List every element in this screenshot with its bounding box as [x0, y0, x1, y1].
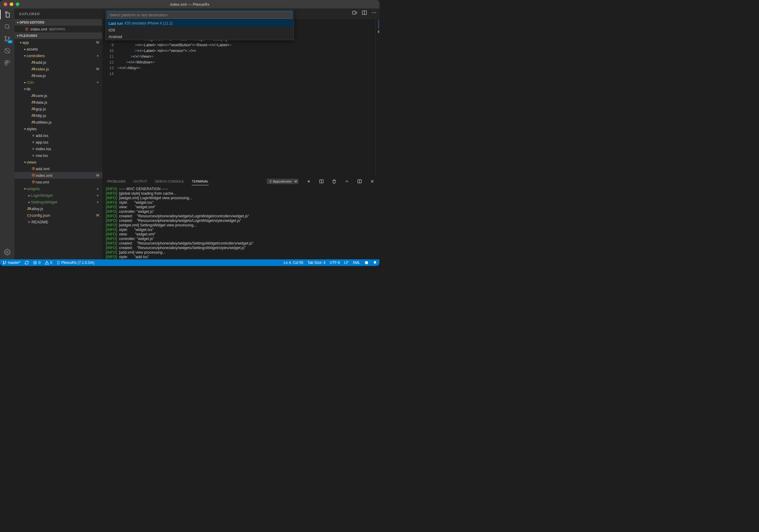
xml-file-icon: ⦿	[25, 27, 29, 31]
tab-problems[interactable]: PROBLEMS	[107, 178, 126, 185]
notifications-icon[interactable]	[373, 261, 377, 265]
editor[interactable]: 567891011121314 ><>/>View>> ><>>TableVie…	[102, 19, 380, 176]
project-header[interactable]: ▾PLEXUSRX	[15, 32, 102, 39]
window-minimize-button[interactable]	[10, 2, 13, 6]
activity-bar: 14	[0, 9, 15, 259]
device-status[interactable]: PlexusRx (7.1.0.GA)	[57, 261, 94, 265]
panel: PROBLEMS OUTPUT DEBUG CONSOLE TERMINAL 2…	[102, 176, 380, 259]
file-add.js[interactable]: JSadd.js	[15, 59, 102, 66]
svg-rect-5	[5, 61, 7, 63]
sidebar: EXPLORER ▾OPEN EDITORS ⦿ index.xml app/v…	[15, 9, 102, 259]
quick-pick: Last runiOS simulator iPhone X (11.2)iOS…	[105, 9, 294, 40]
file-index.xml[interactable]: ⦿index.xmlM	[15, 172, 102, 179]
tab-terminal[interactable]: TERMINAL	[192, 178, 209, 185]
maximize-panel-icon[interactable]	[357, 179, 362, 184]
settings-gear-icon[interactable]	[4, 248, 11, 256]
language-status[interactable]: XML	[353, 261, 360, 265]
terminal-output[interactable]: [INFO] ----- MVC GENERATION -----[INFO] …	[102, 186, 380, 259]
file-add.xml[interactable]: ⦿add.xml	[15, 165, 102, 172]
file-README[interactable]: ≡README	[15, 218, 102, 225]
tab-debug-console[interactable]: DEBUG CONSOLE	[155, 178, 184, 185]
svg-point-1	[5, 36, 6, 38]
file-row.tss[interactable]: ≡row.tss	[15, 152, 102, 159]
folder-assets[interactable]: ▸assets	[15, 46, 102, 52]
search-icon[interactable]	[4, 23, 11, 30]
warnings-status[interactable]: 0	[45, 261, 52, 265]
chevron-up-icon[interactable]	[344, 179, 349, 184]
file-app.tss[interactable]: ≡app.tss	[15, 139, 102, 145]
svg-point-11	[372, 13, 373, 13]
file-row.js[interactable]: JSrow.js	[15, 72, 102, 79]
encoding-status[interactable]: UTF-8	[330, 261, 340, 265]
svg-rect-7	[5, 63, 7, 65]
file-alloy.js[interactable]: JSalloy.js	[15, 205, 102, 212]
file-config.json[interactable]: { }config.jsonM	[15, 212, 102, 218]
folder-views[interactable]: ▾views	[15, 159, 102, 165]
window-title: index.xml — PlexusRx	[0, 2, 380, 7]
file-core.js[interactable]: JScore.js	[15, 92, 102, 99]
folder-controllers[interactable]: ▾controllers●	[15, 52, 102, 59]
sidebar-title: EXPLORER	[15, 9, 102, 19]
window-close-button[interactable]	[4, 2, 7, 6]
open-editor-item[interactable]: ⦿ index.xml app/views	[15, 26, 102, 32]
svg-point-16	[3, 261, 4, 262]
file-http.js[interactable]: JShttp.js	[15, 112, 102, 119]
svg-point-8	[6, 251, 8, 253]
svg-point-22	[366, 262, 366, 262]
split-editor-icon[interactable]	[361, 10, 367, 16]
svg-rect-6	[8, 61, 10, 63]
svg-point-3	[8, 37, 10, 38]
kill-terminal-icon[interactable]	[332, 179, 337, 184]
run-icon[interactable]	[352, 10, 358, 16]
window-maximize-button[interactable]	[16, 2, 20, 6]
scm-badge: 14	[7, 40, 13, 44]
more-actions-icon[interactable]	[371, 10, 377, 16]
status-bar: master* 0 0 PlexusRx (7.1.0.GA) Ln 4, Co…	[0, 259, 380, 266]
file-add.tss[interactable]: ≡add.tss	[15, 132, 102, 139]
feedback-icon[interactable]	[364, 261, 369, 265]
quick-pick-item[interactable]: iOS	[105, 26, 294, 33]
titlebar: index.xml — PlexusRx	[0, 0, 380, 9]
editor-group: 567891011121314 ><>/>View>> ><>>TableVie…	[102, 9, 380, 259]
folder-styles[interactable]: ▾styles	[15, 126, 102, 132]
eol-status[interactable]: LF	[344, 261, 348, 265]
extensions-icon[interactable]	[4, 59, 11, 66]
folder-app[interactable]: ▾appM	[15, 39, 102, 46]
terminal-selector[interactable]: 2: Appcelerator	[267, 179, 299, 184]
source-control-icon[interactable]: 14	[4, 35, 11, 42]
folder-LoginWidget[interactable]: ▸LoginWidget●	[15, 192, 102, 199]
editor-title-actions	[352, 10, 377, 16]
folder-widgets[interactable]: ▾widgets●	[15, 185, 102, 192]
svg-point-18	[5, 261, 6, 262]
svg-point-21	[365, 261, 368, 264]
quick-pick-item[interactable]: Last runiOS simulator iPhone X (11.2)	[105, 20, 294, 26]
close-panel-icon[interactable]	[370, 179, 375, 184]
svg-point-0	[5, 24, 9, 28]
git-branch-status[interactable]: master*	[2, 261, 20, 265]
folder-lib[interactable]: ▾lib	[15, 86, 102, 92]
open-editors-header[interactable]: ▾OPEN EDITORS	[15, 19, 102, 26]
folder-i18n[interactable]: ▸i18n●	[15, 79, 102, 86]
file-gcp.js[interactable]: JSgcp.js	[15, 105, 102, 112]
file-index.js[interactable]: JSindex.jsM	[15, 66, 102, 72]
file-index.tss[interactable]: ≡index.tss	[15, 145, 102, 152]
debug-icon[interactable]	[4, 47, 11, 55]
quick-pick-input[interactable]	[107, 11, 293, 19]
cursor-position-status[interactable]: Ln 4, Col 55	[284, 261, 303, 265]
split-terminal-icon[interactable]	[319, 179, 324, 184]
svg-rect-9	[353, 11, 355, 15]
file-utilities.js[interactable]: JSutilities.js	[15, 119, 102, 126]
sync-status[interactable]	[24, 261, 29, 265]
quick-pick-item[interactable]: Android	[105, 33, 294, 40]
svg-point-12	[374, 13, 374, 13]
file-row.xml[interactable]: ⦿row.xml	[15, 179, 102, 185]
tab-size-status[interactable]: Tab Size: 4	[307, 261, 325, 265]
new-terminal-icon[interactable]	[306, 179, 311, 184]
minimap[interactable]	[375, 19, 380, 176]
errors-status[interactable]: 0	[33, 261, 41, 265]
explorer-icon[interactable]	[4, 11, 11, 18]
folder-SettingsWidget[interactable]: ▸SettingsWidget●	[15, 199, 102, 205]
tab-output[interactable]: OUTPUT	[133, 178, 147, 185]
file-data.js[interactable]: JSdata.js	[15, 99, 102, 105]
svg-point-17	[3, 263, 4, 264]
